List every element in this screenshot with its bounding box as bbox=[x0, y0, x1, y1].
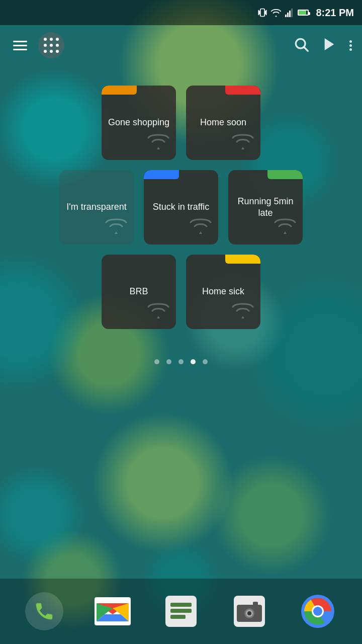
page-dots bbox=[0, 359, 362, 364]
app-row-1: Gone shopping Home soon bbox=[102, 86, 260, 160]
dock-phone[interactable] bbox=[24, 591, 64, 631]
dock-camera[interactable] bbox=[229, 591, 269, 631]
status-icons: 8:21 PM bbox=[257, 7, 354, 19]
status-time: 8:21 PM bbox=[316, 7, 354, 19]
tile-accent bbox=[267, 170, 303, 179]
tile-label: Running 5min late bbox=[228, 192, 303, 223]
dock bbox=[0, 579, 362, 644]
app-drawer-button[interactable] bbox=[38, 32, 64, 58]
svg-rect-8 bbox=[291, 9, 293, 17]
play-store-icon bbox=[321, 36, 337, 52]
svg-rect-17 bbox=[170, 603, 192, 607]
app-grid: Gone shopping Home soon bbox=[0, 65, 362, 329]
play-store-button[interactable] bbox=[321, 36, 337, 54]
tile-label: Stuck in traffic bbox=[149, 197, 214, 217]
tile-label: I'm transparent bbox=[62, 197, 131, 217]
battery-icon bbox=[298, 10, 309, 16]
svg-rect-18 bbox=[170, 609, 192, 613]
camera-icon bbox=[234, 596, 265, 627]
svg-rect-19 bbox=[170, 615, 186, 619]
phone-icon bbox=[34, 601, 55, 622]
page-dot-4-active[interactable] bbox=[191, 359, 196, 364]
tile-accent bbox=[225, 86, 260, 95]
svg-rect-7 bbox=[289, 11, 291, 17]
dock-messaging[interactable] bbox=[161, 591, 201, 631]
page-dot-3[interactable] bbox=[178, 359, 184, 364]
search-icon bbox=[293, 36, 309, 52]
tile-home-soon[interactable]: Home soon bbox=[186, 86, 260, 160]
svg-point-28 bbox=[313, 607, 322, 616]
page-dot-5[interactable] bbox=[203, 359, 208, 364]
app-row-2: I'm transparent Stuck in traffic bbox=[59, 170, 303, 245]
tile-running-5min-late[interactable]: Running 5min late bbox=[228, 170, 303, 245]
nav-right bbox=[293, 36, 352, 54]
tile-label: Home soon bbox=[196, 113, 250, 132]
dock-gmail[interactable] bbox=[93, 591, 133, 631]
svg-rect-25 bbox=[253, 602, 258, 606]
vibrate-icon bbox=[257, 8, 267, 18]
tile-label: Home sick bbox=[198, 282, 248, 301]
status-bar: 8:21 PM bbox=[0, 0, 362, 25]
hamburger-button[interactable] bbox=[10, 35, 30, 55]
svg-rect-6 bbox=[287, 13, 289, 17]
tile-accent bbox=[144, 170, 179, 179]
nav-left bbox=[10, 32, 64, 58]
svg-rect-5 bbox=[285, 15, 287, 17]
page-dot-1[interactable] bbox=[154, 359, 159, 364]
overflow-button[interactable] bbox=[349, 40, 352, 51]
tile-label: Gone shopping bbox=[104, 113, 173, 132]
tile-brb[interactable]: BRB bbox=[102, 255, 176, 329]
tile-accent bbox=[225, 255, 260, 264]
page-dot-2[interactable] bbox=[166, 359, 171, 364]
svg-line-10 bbox=[304, 47, 308, 51]
tile-label: BRB bbox=[125, 282, 152, 301]
search-button[interactable] bbox=[293, 36, 309, 54]
svg-point-24 bbox=[247, 611, 251, 615]
app-row-3: BRB Home sick bbox=[102, 255, 260, 329]
chrome-icon bbox=[301, 595, 334, 628]
signal-icon bbox=[285, 8, 295, 18]
dock-chrome[interactable] bbox=[298, 591, 338, 631]
tile-im-transparent[interactable]: I'm transparent bbox=[59, 170, 134, 245]
messaging-icon bbox=[165, 596, 197, 627]
tile-stuck-in-traffic[interactable]: Stuck in traffic bbox=[144, 170, 218, 245]
svg-rect-0 bbox=[260, 9, 264, 17]
wifi-icon bbox=[270, 8, 282, 18]
nav-bar bbox=[0, 25, 362, 65]
tile-home-sick[interactable]: Home sick bbox=[186, 255, 260, 329]
gmail-icon bbox=[95, 597, 131, 625]
tile-accent bbox=[102, 86, 137, 95]
tile-gone-shopping[interactable]: Gone shopping bbox=[102, 86, 176, 160]
